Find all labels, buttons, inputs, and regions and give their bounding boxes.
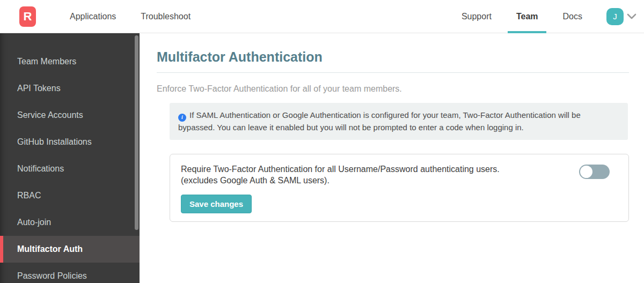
top-navbar: R Applications Troubleshoot Support Team… [0, 0, 644, 33]
secondary-nav: Support Team Docs J [449, 0, 644, 33]
page-title: Multifactor Authentication [157, 49, 629, 65]
sidebar-item-notifications[interactable]: Notifications [0, 155, 140, 182]
two-factor-toggle[interactable] [579, 165, 610, 179]
nav-item-support[interactable]: Support [449, 0, 504, 33]
nav-item-applications[interactable]: Applications [57, 0, 128, 33]
info-banner: iIf SAML Authentication or Google Authen… [170, 103, 628, 140]
app-logo[interactable]: R [19, 6, 36, 27]
sidebar-item-service-accounts[interactable]: Service Accounts [0, 102, 140, 129]
two-factor-setting-card: Require Two-Factor Authentication for al… [170, 154, 629, 222]
sidebar-item-auto-join[interactable]: Auto-join [0, 209, 140, 236]
info-icon: i [178, 114, 186, 122]
page-description: Enforce Two-Factor Authentication for al… [157, 84, 629, 94]
sidebar-item-multifactor-auth[interactable]: Multifactor Auth [0, 236, 140, 263]
nav-item-troubleshoot[interactable]: Troubleshoot [128, 0, 203, 33]
title-divider [157, 72, 629, 73]
nav-item-team[interactable]: Team [504, 0, 551, 33]
sidebar-item-password-policies[interactable]: Password Policies [0, 263, 140, 283]
setting-label-line2: (excludes Google Auth & SAML users). [181, 175, 564, 186]
save-changes-button[interactable]: Save changes [181, 195, 252, 213]
nav-item-docs[interactable]: Docs [551, 0, 595, 33]
setting-label-line1: Require Two-Factor Authentication for al… [181, 163, 564, 175]
settings-sidebar: Team Members API Tokens Service Accounts… [0, 33, 140, 283]
chevron-down-icon[interactable] [627, 13, 636, 20]
info-banner-text: If SAML Authentication or Google Authent… [178, 110, 581, 132]
primary-nav: Applications Troubleshoot [57, 0, 203, 33]
sidebar-item-rbac[interactable]: RBAC [0, 182, 140, 209]
sidebar-item-api-tokens[interactable]: API Tokens [0, 75, 140, 102]
sidebar-item-team-members[interactable]: Team Members [0, 48, 140, 75]
sidebar-scrollbar-thumb[interactable] [135, 35, 138, 230]
main-content: Multifactor Authentication Enforce Two-F… [140, 33, 644, 283]
avatar[interactable]: J [606, 8, 624, 25]
toggle-knob [580, 166, 592, 178]
sidebar-item-github-installations[interactable]: GitHub Installations [0, 129, 140, 155]
